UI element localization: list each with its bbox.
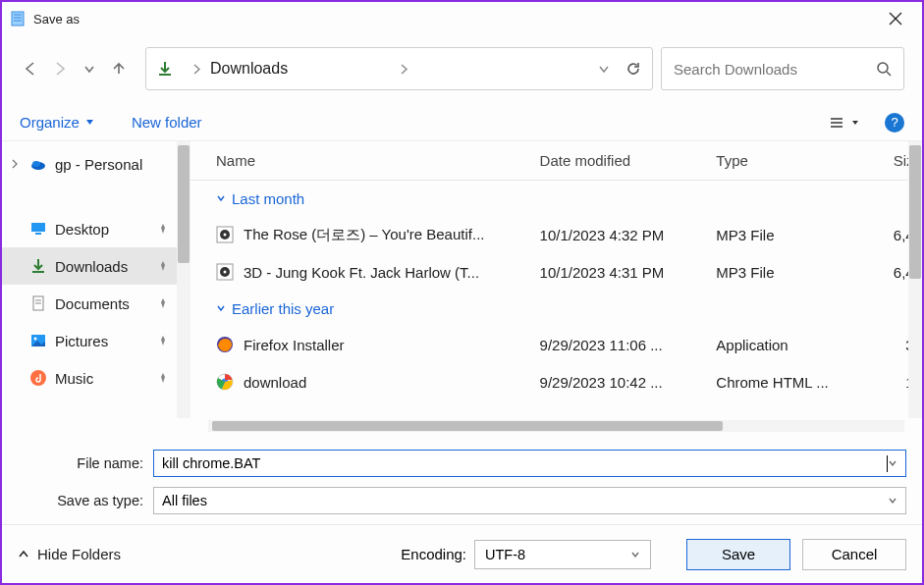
sidebar-item-label: Music <box>55 370 149 387</box>
chevron-down-icon[interactable] <box>630 550 640 559</box>
new-folder-button[interactable]: New folder <box>132 114 202 131</box>
search-box[interactable] <box>661 47 904 90</box>
encoding-combo[interactable]: UTF-8 <box>474 540 651 569</box>
svg-line-7 <box>887 72 891 76</box>
pin-icon <box>157 372 169 384</box>
sidebar-item-label: Documents <box>55 295 149 312</box>
refresh-button[interactable] <box>625 60 642 78</box>
sidebar-item-label: Pictures <box>55 333 149 349</box>
filename-input[interactable]: kill chrome.BAT <box>153 450 906 477</box>
sidebar-item-music[interactable]: Music <box>2 359 177 397</box>
chevron-down-icon[interactable] <box>888 458 897 468</box>
svg-point-6 <box>878 63 888 73</box>
back-button[interactable] <box>20 58 41 80</box>
document-icon <box>29 294 47 312</box>
chevron-right-icon <box>399 64 409 75</box>
sidebar-item-label: gp - Personal <box>55 156 177 173</box>
sidebar-item-pictures[interactable]: Pictures <box>2 322 177 359</box>
current-path: Downloads <box>210 60 391 78</box>
nav-row: Downloads <box>2 35 922 104</box>
group-label: Earlier this year <box>232 300 334 317</box>
download-icon <box>156 60 174 78</box>
pin-icon <box>157 223 169 235</box>
file-row[interactable]: The Rose (더로즈) – You're Beautif...10/1/2… <box>190 216 922 253</box>
sidebar-item-desktop[interactable]: Desktop <box>2 210 177 247</box>
audio-icon <box>216 226 234 243</box>
file-row[interactable]: Firefox Installer9/29/2023 11:06 ...Appl… <box>190 326 922 363</box>
desktop-icon <box>29 220 47 238</box>
sidebar-scrollbar[interactable] <box>177 141 190 418</box>
firefox-icon <box>216 336 234 353</box>
svg-point-26 <box>224 271 227 274</box>
sidebar-item-onedrive[interactable]: gp - Personal <box>2 145 177 183</box>
sidebar-item-documents[interactable]: Documents <box>2 285 177 322</box>
cancel-button[interactable]: Cancel <box>802 539 906 570</box>
chevron-down-icon[interactable] <box>888 496 897 505</box>
address-bar[interactable]: Downloads <box>145 47 653 90</box>
vertical-scrollbar[interactable] <box>908 141 922 418</box>
file-name: download <box>244 374 306 391</box>
sidebar-item-label: Desktop <box>55 221 149 238</box>
col-type-header[interactable]: Type <box>716 152 863 169</box>
window-title: Save as <box>33 12 80 27</box>
help-button[interactable]: ? <box>885 113 904 133</box>
hide-folders-button[interactable]: Hide Folders <box>18 546 121 562</box>
filetype-combo[interactable]: All files <box>153 487 906 514</box>
titlebar: Save as <box>2 2 922 35</box>
horizontal-scrollbar[interactable] <box>208 420 904 432</box>
svg-rect-13 <box>31 223 45 232</box>
audio-icon <box>216 263 234 281</box>
form-area: File name: kill chrome.BAT Save as type:… <box>2 432 922 528</box>
search-icon <box>876 61 892 77</box>
group-label: Last month <box>232 190 304 207</box>
file-date: 10/1/2023 4:31 PM <box>540 264 717 281</box>
file-date: 9/29/2023 11:06 ... <box>540 337 717 353</box>
chevron-up-icon <box>18 549 29 560</box>
col-date-header[interactable]: Date modified <box>540 152 717 169</box>
file-type: Chrome HTML ... <box>716 374 863 391</box>
encoding-label: Encoding: <box>401 546 466 562</box>
pictures-icon <box>29 332 47 349</box>
chevron-down-icon <box>216 193 226 203</box>
download-icon <box>29 257 47 275</box>
sidebar: gp - Personal DesktopDownloadsDocumentsP… <box>2 141 177 432</box>
file-row[interactable]: 3D - Jung Kook Ft. Jack Harlow (T...10/1… <box>190 253 922 291</box>
sidebar-item-downloads[interactable]: Downloads <box>2 247 177 285</box>
pin-icon <box>157 335 169 346</box>
onedrive-icon <box>29 155 47 173</box>
file-group[interactable]: Last month <box>190 181 922 216</box>
file-date: 10/1/2023 4:32 PM <box>540 227 717 243</box>
svg-point-23 <box>224 234 227 237</box>
save-button[interactable]: Save <box>686 539 790 570</box>
file-name: 3D - Jung Kook Ft. Jack Harlow (T... <box>244 264 479 281</box>
column-headers[interactable]: Name Date modified Type Size <box>190 141 922 181</box>
address-history-dropdown[interactable] <box>597 62 611 76</box>
svg-point-19 <box>34 338 37 341</box>
file-row[interactable]: download9/29/2023 10:42 ...Chrome HTML .… <box>190 363 922 400</box>
svg-point-12 <box>32 161 40 167</box>
recent-dropdown[interactable] <box>79 58 100 80</box>
chevron-right-icon <box>191 64 202 75</box>
close-button[interactable] <box>877 8 914 29</box>
file-type: MP3 File <box>716 227 863 243</box>
pin-icon <box>157 297 169 309</box>
organize-menu[interactable]: Organize <box>20 114 94 131</box>
file-name: Firefox Installer <box>244 337 345 353</box>
chevron-down-icon <box>216 303 226 313</box>
view-menu[interactable] <box>828 114 859 132</box>
up-button[interactable] <box>108 58 130 80</box>
col-name-header[interactable]: Name <box>216 152 540 169</box>
file-pane: Name Date modified Type Size Last monthT… <box>190 141 922 432</box>
file-date: 9/29/2023 10:42 ... <box>540 374 717 391</box>
file-name: The Rose (더로즈) – You're Beautif... <box>244 226 484 244</box>
pin-icon <box>157 260 169 272</box>
search-input[interactable] <box>674 61 876 78</box>
notepad-icon <box>10 11 26 27</box>
forward-button[interactable] <box>49 58 71 80</box>
filetype-value: All files <box>162 493 888 508</box>
svg-rect-0 <box>12 12 24 26</box>
chrome-icon <box>216 373 234 391</box>
filename-label: File name: <box>18 455 153 471</box>
file-group[interactable]: Earlier this year <box>190 291 922 326</box>
music-icon <box>29 369 47 387</box>
